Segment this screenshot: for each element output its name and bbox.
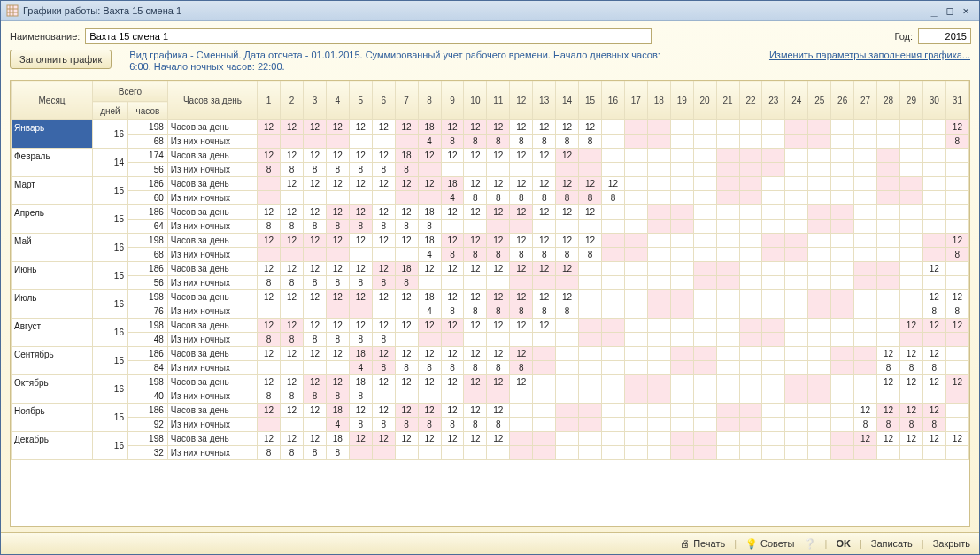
night-cell[interactable] (533, 361, 556, 375)
day-cell[interactable] (854, 319, 877, 333)
night-cell[interactable]: 8 (372, 333, 395, 347)
night-cell[interactable]: 8 (349, 418, 372, 432)
night-cell[interactable]: 8 (556, 304, 579, 319)
night-cell[interactable] (441, 276, 464, 290)
night-cell[interactable] (579, 446, 602, 460)
night-cell[interactable] (647, 333, 670, 347)
night-cell[interactable] (349, 248, 372, 262)
day-cell[interactable]: 12 (395, 347, 418, 361)
night-cell[interactable] (693, 418, 716, 432)
day-cell[interactable]: 12 (945, 319, 968, 333)
day-cell[interactable]: 12 (877, 347, 900, 361)
day-cell[interactable]: 12 (418, 262, 441, 276)
table-row[interactable]: 92Из них ночных488888888888 (12, 418, 969, 432)
night-cell[interactable] (922, 163, 945, 177)
night-cell[interactable] (487, 333, 510, 347)
day-cell[interactable] (831, 177, 854, 191)
day-cell[interactable]: 12 (441, 262, 464, 276)
day-cell[interactable] (624, 120, 647, 135)
night-cell[interactable] (303, 361, 326, 375)
day-cell[interactable] (922, 149, 945, 163)
day-cell[interactable] (624, 234, 647, 248)
night-cell[interactable] (693, 248, 716, 262)
day-cell[interactable] (785, 432, 808, 446)
night-cell[interactable] (258, 248, 281, 262)
day-cell[interactable]: 12 (579, 120, 602, 135)
day-cell[interactable]: 12 (281, 205, 304, 220)
night-cell[interactable] (899, 220, 922, 234)
night-cell[interactable] (716, 304, 739, 319)
day-cell[interactable] (716, 177, 739, 191)
night-cell[interactable] (601, 163, 624, 177)
night-cell[interactable] (556, 446, 579, 460)
day-cell[interactable] (670, 120, 693, 135)
night-cell[interactable] (510, 220, 533, 234)
night-cell[interactable] (510, 276, 533, 290)
day-cell[interactable] (647, 262, 670, 276)
col-total[interactable]: Всего (92, 81, 167, 102)
day-cell[interactable]: 12 (556, 120, 579, 135)
month-cell[interactable]: Январь (12, 120, 93, 149)
day-cell[interactable] (877, 319, 900, 333)
day-cell[interactable]: 12 (372, 347, 395, 361)
month-cell[interactable]: Март (12, 177, 93, 205)
day-cell[interactable]: 12 (510, 149, 533, 163)
day-cell[interactable]: 12 (510, 177, 533, 191)
night-cell[interactable] (418, 389, 441, 404)
month-cell[interactable]: Октябрь (12, 375, 93, 404)
day-cell[interactable]: 12 (258, 347, 281, 361)
col-day-24[interactable]: 24 (785, 81, 808, 120)
night-cell[interactable] (601, 220, 624, 234)
day-cell[interactable]: 12 (533, 234, 556, 248)
night-cell[interactable] (670, 333, 693, 347)
day-cell[interactable] (670, 290, 693, 304)
col-day-27[interactable]: 27 (854, 81, 877, 120)
day-cell[interactable]: 12 (945, 375, 968, 389)
night-cell[interactable] (579, 333, 602, 347)
night-cell[interactable] (487, 163, 510, 177)
night-cell[interactable]: 8 (349, 220, 372, 234)
day-cell[interactable]: 12 (326, 234, 349, 248)
day-cell[interactable]: 12 (349, 234, 372, 248)
night-cell[interactable] (533, 418, 556, 432)
day-cell[interactable]: 12 (258, 262, 281, 276)
day-cell[interactable]: 12 (922, 262, 945, 276)
day-cell[interactable]: 12 (281, 120, 304, 135)
day-cell[interactable] (899, 262, 922, 276)
day-cell[interactable] (808, 432, 831, 446)
day-cell[interactable]: 12 (303, 347, 326, 361)
day-cell[interactable]: 12 (510, 290, 533, 304)
night-cell[interactable] (739, 361, 762, 375)
day-cell[interactable]: 12 (854, 404, 877, 418)
day-cell[interactable] (877, 149, 900, 163)
night-cell[interactable] (922, 248, 945, 262)
night-cell[interactable] (647, 163, 670, 177)
day-cell[interactable] (831, 319, 854, 333)
night-cell[interactable] (624, 276, 647, 290)
day-cell[interactable] (922, 177, 945, 191)
col-day-13[interactable]: 13 (533, 81, 556, 120)
table-row[interactable]: Февраль14174Часов за день121212121212181… (12, 149, 969, 163)
day-cell[interactable] (716, 375, 739, 389)
day-cell[interactable]: 12 (510, 234, 533, 248)
day-cell[interactable]: 12 (487, 234, 510, 248)
day-cell[interactable] (716, 262, 739, 276)
table-row[interactable]: 32Из них ночных8888 (12, 446, 969, 460)
night-cell[interactable] (372, 135, 395, 149)
night-cell[interactable]: 8 (510, 248, 533, 262)
night-cell[interactable]: 8 (303, 333, 326, 347)
night-cell[interactable] (579, 389, 602, 404)
night-cell[interactable] (510, 389, 533, 404)
night-cell[interactable]: 8 (877, 361, 900, 375)
night-cell[interactable] (831, 248, 854, 262)
night-cell[interactable]: 8 (258, 163, 281, 177)
day-cell[interactable] (877, 262, 900, 276)
night-cell[interactable] (716, 191, 739, 205)
day-cell[interactable]: 12 (281, 262, 304, 276)
col-day-8[interactable]: 8 (418, 81, 441, 120)
day-cell[interactable] (533, 375, 556, 389)
night-cell[interactable] (808, 220, 831, 234)
night-cell[interactable] (533, 276, 556, 290)
day-cell[interactable]: 12 (441, 234, 464, 248)
day-cell[interactable]: 12 (533, 149, 556, 163)
